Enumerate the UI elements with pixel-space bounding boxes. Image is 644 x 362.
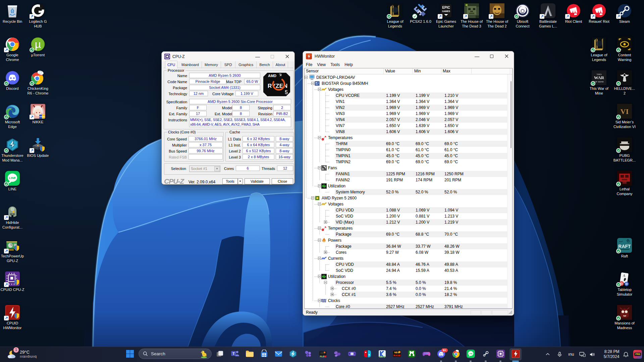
svg-text:RAFT: RAFT <box>618 244 631 249</box>
svg-text:LINE: LINE <box>9 176 16 180</box>
svg-text:OF MINE: OF MINE <box>594 80 604 83</box>
svg-text:5: 5 <box>285 89 288 95</box>
svg-text:µ: µ <box>35 38 41 50</box>
svg-text:WAR: WAR <box>594 75 604 80</box>
svg-text:AMD: AMD <box>268 74 276 78</box>
svg-text:GAMES: GAMES <box>442 10 450 12</box>
svg-text:EPIC: EPIC <box>442 6 450 9</box>
svg-text:VI: VI <box>621 107 629 116</box>
